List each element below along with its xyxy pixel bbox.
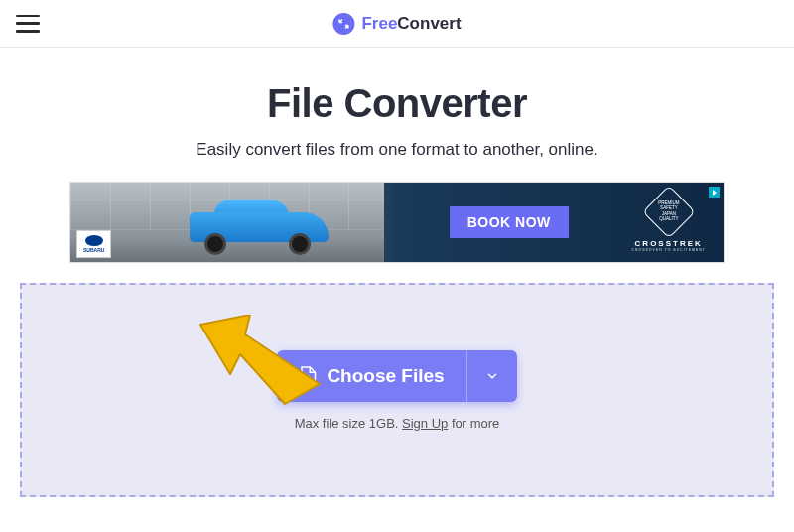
logo-text-convert: Convert [397,14,461,33]
choose-files-dropdown-button[interactable] [466,350,517,402]
file-size-hint: Max file size 1GB. Sign Up for more [295,416,500,431]
header: FreeConvert [0,0,794,48]
choose-files-label: Choose Files [327,365,444,387]
svg-marker-0 [200,315,320,404]
main-content: File Converter Easily convert files from… [0,48,794,497]
ad-right-block: PREMIUM SAFETY JAPAN QUALITY CROSSTREK C… [631,194,706,252]
ad-cta-button[interactable]: BOOK NOW [450,206,569,238]
ad-brand-badge: SUBARU [76,230,111,258]
ad-car-graphic [180,200,338,255]
ad-banner[interactable]: SUBARU BOOK NOW PREMIUM SAFETY JAPAN QUA… [69,182,725,263]
file-dropzone[interactable]: Choose Files Max file size 1GB. Sign Up … [20,283,774,497]
ad-choices-icon[interactable] [709,187,720,198]
page-subtitle: Easily convert files from one format to … [0,140,794,160]
annotation-arrow-icon [191,315,330,414]
chevron-down-icon [485,369,499,383]
logo[interactable]: FreeConvert [332,13,461,35]
page-title: File Converter [0,81,794,126]
logo-text-free: Free [361,14,397,33]
logo-swap-icon [332,13,354,35]
signup-link[interactable]: Sign Up [402,416,448,431]
hamburger-menu-icon[interactable] [16,15,40,33]
